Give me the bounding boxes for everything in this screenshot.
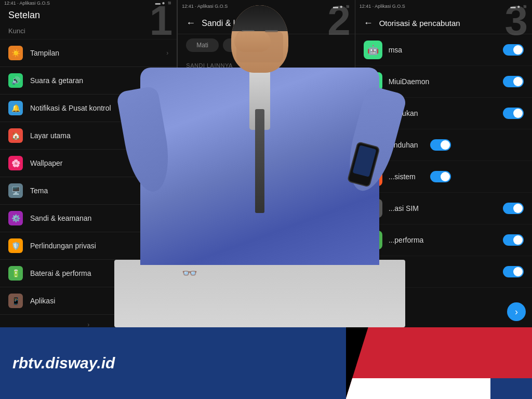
arrow-baterai: › bbox=[166, 270, 168, 277]
arrow-notifikasi: › bbox=[166, 104, 168, 112]
settings-item-tema[interactable]: 🖥️ Tema › bbox=[0, 177, 177, 205]
arrow-sandi: › bbox=[166, 215, 168, 222]
icon-baterai: 🔋 bbox=[8, 266, 23, 281]
app-item-sistem[interactable]: 🔺 ...sistem bbox=[355, 161, 532, 193]
menu-sandi-perlindungan[interactable]: Sandi perlindur... › bbox=[178, 71, 354, 94]
icon-masukan: 💬 bbox=[364, 104, 382, 123]
icon-tampilan: ☀️ bbox=[8, 46, 23, 60]
status-bar-2: 12:41 · Aplikasi G.O.S ▬ ● ◾ bbox=[178, 0, 354, 12]
arrow-suara: › bbox=[166, 77, 168, 84]
toggle-msa[interactable] bbox=[503, 44, 524, 56]
bottom-link-3[interactable]: Perlind... ...si bbox=[186, 309, 346, 321]
arrow-tema: › bbox=[166, 187, 168, 194]
toggle-masukan[interactable] bbox=[503, 108, 524, 119]
icon-performa: 📊 bbox=[364, 231, 382, 249]
name-sim: ...asi SIM bbox=[389, 204, 503, 212]
toggle-unknown[interactable] bbox=[503, 266, 524, 277]
name-sistem: ...sistem bbox=[389, 172, 430, 181]
status-left-1: 12:41 · Aplikasi G.O.S bbox=[4, 1, 50, 6]
banner-blue-section: rbtv.disway.id bbox=[0, 327, 346, 399]
toggle-row: Mati Mati bbox=[178, 34, 354, 56]
settings-item-tampilan[interactable]: ☀️ Tampilan › bbox=[0, 39, 177, 67]
screen2-header: ← Sandi & keamanan bbox=[178, 12, 354, 34]
menu-notif-darurat[interactable]: Notifikasi darurat › bbox=[178, 94, 354, 117]
back-button-3[interactable]: ← bbox=[364, 18, 373, 29]
app-item-unknown[interactable] bbox=[355, 256, 532, 288]
name-performa: ...performa bbox=[389, 236, 503, 244]
app-item-miuidaemon[interactable]: 🤖 MiuiDaemon bbox=[355, 66, 532, 98]
label-layar: Layar utama bbox=[30, 131, 166, 140]
fab-button[interactable]: › bbox=[507, 302, 526, 321]
toggle-1[interactable]: Mati bbox=[186, 38, 219, 52]
banner-red-section bbox=[346, 327, 532, 399]
screen1-title: Setelan bbox=[0, 6, 177, 23]
screen3-header: ← Otorisasi & pencabutan bbox=[355, 12, 532, 34]
name-msa: msa bbox=[389, 46, 503, 54]
screen2-title: Sandi & keamanan bbox=[202, 19, 272, 28]
label-notifikasi: Notifikasi & Pusat kontrol bbox=[30, 104, 166, 112]
settings-item-layar[interactable]: 🏠 Layar utama › bbox=[0, 122, 177, 150]
toggle-unduhan[interactable] bbox=[430, 139, 451, 151]
name-unduhan: Unduhan bbox=[389, 141, 430, 149]
toggle-2[interactable]: Mati bbox=[223, 38, 256, 52]
menu-otorisasi[interactable]: Otorisasi &... › bbox=[178, 164, 354, 188]
settings-item-sandi[interactable]: ⚙️ Sandi & keamanan › bbox=[0, 205, 177, 232]
arrow-layar: › bbox=[166, 132, 168, 139]
app-item-sim[interactable]: 📶 ...asi SIM bbox=[355, 193, 532, 224]
bottom-card-title: Perlu se... bbox=[186, 274, 346, 281]
status-bar-3: 12:41 · Aplikasi G.O.S ▬ ● ◾ bbox=[355, 0, 532, 12]
arrow-otorisasi: › bbox=[344, 171, 347, 180]
label-sandi: Sandi & keamanan bbox=[30, 214, 166, 222]
icon-notifikasi: 🔔 bbox=[8, 101, 23, 115]
icon-unknown bbox=[364, 262, 382, 281]
screen3-title: Otorisasi & pencabutan bbox=[379, 19, 460, 28]
kunci-item[interactable]: Kunci bbox=[0, 23, 177, 39]
icon-sistem: 🔺 bbox=[364, 167, 382, 186]
menu-privasi[interactable]: Privasi › bbox=[178, 141, 354, 164]
menu-sos[interactable]: SOS Darurat › bbox=[178, 117, 354, 141]
arrow-privasi: › bbox=[166, 242, 168, 249]
label-tampilan: Tampilan bbox=[30, 49, 166, 57]
settings-item-suara[interactable]: 🔊 Suara & getaran › bbox=[0, 67, 177, 95]
settings-item-more[interactable]: › bbox=[0, 315, 177, 327]
app-item-masukan[interactable]: 💬 Masukan bbox=[355, 98, 532, 129]
icon-msa: 🤖 bbox=[364, 41, 382, 59]
back-button-2[interactable]: ← bbox=[186, 18, 195, 29]
name-miuidaemon: MiuiDaemon bbox=[389, 77, 503, 86]
toggle-sim[interactable] bbox=[503, 203, 524, 214]
settings-item-notifikasi[interactable]: 🔔 Notifikasi & Pusat kontrol › bbox=[0, 95, 177, 122]
toggle-sistem[interactable] bbox=[430, 171, 451, 182]
banner-text: rbtv.disway.id bbox=[12, 354, 346, 372]
status-bar-1: 12:41 · Aplikasi G.O.S ▬ ● ◾ bbox=[0, 0, 177, 6]
icon-sim: 📶 bbox=[364, 199, 382, 218]
bottom-link-2[interactable]: Ruang... bbox=[186, 297, 346, 309]
status-right-1: ▬ ● ◾ bbox=[155, 0, 173, 6]
status-right-3: ▬ ● ◾ bbox=[510, 4, 528, 9]
settings-item-wallpaper[interactable]: 🌸 Wallpaper › bbox=[0, 150, 177, 177]
app-item-performa[interactable]: 📊 ...performa bbox=[355, 224, 532, 256]
toggle-performa[interactable] bbox=[503, 234, 524, 246]
status-left-2: 12:41 · Aplikasi G.O.S bbox=[182, 4, 228, 9]
bottom-banner: rbtv.disway.id bbox=[0, 327, 532, 399]
icon-tema: 🖥️ bbox=[8, 183, 23, 198]
app-item-unduhan[interactable]: ⬇️ Unduhan bbox=[355, 129, 532, 161]
icon-suara: 🔊 bbox=[8, 73, 23, 88]
banner-blue-corner bbox=[490, 378, 532, 399]
status-right-2: ▬ ● ◾ bbox=[333, 4, 351, 9]
label-aplikasi: Aplikasi bbox=[30, 297, 166, 305]
toggle-miuidaemon[interactable] bbox=[503, 76, 524, 87]
section-label-sandi: SANDI LAINNYA bbox=[178, 56, 354, 71]
icon-miuidaemon: 🤖 bbox=[364, 72, 382, 91]
settings-item-aplikasi[interactable]: 📱 Aplikasi › bbox=[0, 287, 177, 315]
phone-screen-1: 1 12:41 · Aplikasi G.O.S ▬ ● ◾ Setelan K… bbox=[0, 0, 177, 327]
label-suara: Suara & getaran bbox=[30, 76, 166, 85]
app-item-msa[interactable]: 🤖 msa bbox=[355, 34, 532, 66]
bottom-card-2: Perlu se... Tampi... Ruang... Perlind...… bbox=[178, 268, 354, 327]
bottom-link-1[interactable]: Tampi... bbox=[186, 285, 346, 297]
arrow-sandi-perlindungan: › bbox=[344, 78, 347, 86]
settings-item-privasi[interactable]: 🛡️ Perlindungan privasi › bbox=[0, 232, 177, 260]
settings-item-baterai[interactable]: 🔋 Baterai & performa › bbox=[0, 260, 177, 287]
icon-aplikasi: 📱 bbox=[8, 294, 23, 308]
label-tema: Tema bbox=[30, 187, 166, 195]
icon-wallpaper: 🌸 bbox=[8, 156, 23, 170]
